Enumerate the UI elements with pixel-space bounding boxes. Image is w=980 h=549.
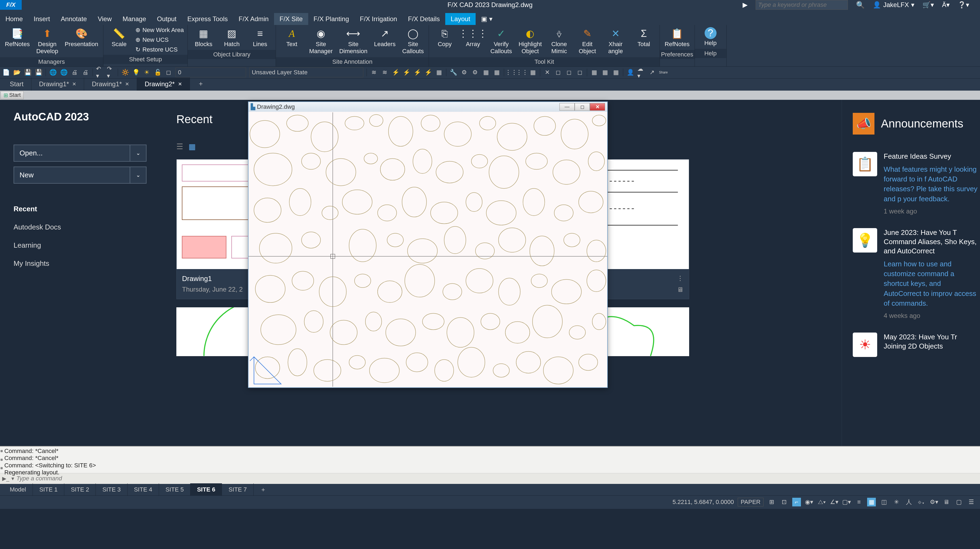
tool-icon[interactable]: ⋮⋮ [508, 68, 515, 76]
drawing-canvas[interactable] [248, 112, 607, 387]
tool-hatch[interactable]: ▨Hatch [218, 26, 245, 49]
open-button[interactable]: Open... [14, 145, 130, 162]
grid-view-icon[interactable]: ▦ [189, 142, 196, 151]
tool-edit-object[interactable]: ✎Edit Object [574, 26, 601, 56]
search-input[interactable] [756, 0, 848, 10]
more-icon[interactable]: ⋮ [677, 275, 683, 282]
share-icon[interactable]: ↗ [648, 68, 656, 76]
tool-site-callouts[interactable]: ◯Site Callouts [399, 26, 426, 56]
layout-tab[interactable]: SITE 2 [64, 483, 96, 496]
redo-icon[interactable]: ↷ ▾ [107, 68, 115, 76]
share-label[interactable]: Share [659, 70, 668, 74]
new-button[interactable]: New [14, 167, 130, 184]
drawing-window[interactable]: ▙ Drawing2.dwg — ◻ ✕ [248, 102, 608, 388]
search-icon[interactable]: 🔍 [856, 1, 865, 9]
menu-extra-icon[interactable]: ▣ ▾ [476, 13, 498, 25]
monitor-icon[interactable]: 🖥 [677, 286, 683, 293]
tool-icon[interactable]: ▦ [493, 68, 501, 76]
layout-tab[interactable]: SITE 1 [33, 483, 64, 496]
tool-icon[interactable]: ✕ [543, 68, 551, 76]
otrack-icon[interactable]: ▢▾ [842, 498, 851, 506]
layout-tab[interactable]: SITE 7 [222, 483, 253, 496]
web-save-icon[interactable]: 🌐 [60, 68, 68, 76]
app-logo[interactable]: F/X [0, 0, 22, 10]
tool-icon[interactable]: 👤 [627, 68, 634, 76]
tool-new-work-area[interactable]: ⊕New Work Area [134, 26, 185, 34]
lineweight-icon[interactable]: ≡ [855, 498, 863, 506]
sun-icon[interactable]: ☀ [143, 68, 151, 76]
menu-fx-planting[interactable]: F/X Planting [308, 13, 355, 25]
minimize-button[interactable]: — [560, 103, 575, 111]
menu-home[interactable]: Home [0, 13, 28, 25]
layer-icon[interactable]: ▦ [435, 68, 443, 76]
osnap-icon[interactable]: ∠▾ [830, 498, 838, 506]
tool-verify-callouts[interactable]: ✓Verify Callouts [488, 26, 515, 56]
color-swatch-icon[interactable]: ◻ [165, 68, 172, 76]
layer-tool-icon[interactable]: 🔆 [121, 68, 129, 76]
tool-refnotes[interactable]: 📑RefNotes [2, 26, 33, 56]
list-view-icon[interactable]: ☰ [177, 142, 183, 151]
autoscl-icon[interactable]: ⟐▾ [917, 498, 926, 506]
annovis-icon[interactable]: 人 [905, 498, 913, 506]
close-icon[interactable]: ✕ [72, 81, 76, 87]
layer-dropdown[interactable]: 0 [175, 68, 246, 77]
tool-icon[interactable]: ▦ [590, 68, 598, 76]
layer-icon[interactable]: ⚡ [392, 68, 399, 76]
menu-fx-site[interactable]: F/X Site [274, 13, 308, 25]
menu-layout[interactable]: Layout [445, 13, 476, 25]
doc-tab-start[interactable]: Start [2, 78, 32, 91]
open-dropdown-button[interactable]: ⌄ [130, 145, 146, 162]
layout-tab[interactable]: SITE 4 [127, 483, 159, 496]
help-icon[interactable]: ❔▾ [958, 1, 969, 9]
close-icon[interactable]: ✕ [125, 81, 129, 87]
tool-icon[interactable]: ◻ [576, 68, 584, 76]
save-icon[interactable]: 💾 [24, 68, 32, 76]
tool-refnotes-prefs[interactable]: 📋RefNotes [662, 26, 692, 49]
new-tab-button[interactable]: ＋ [190, 76, 212, 91]
tool-leaders[interactable]: ↗Leaders [371, 26, 398, 56]
menu-fx-irrigation[interactable]: F/X Irrigation [354, 13, 402, 25]
layer-icon[interactable]: ⚡ [402, 68, 410, 76]
new-icon[interactable]: 📄 [2, 68, 10, 76]
tool-site-dimension[interactable]: ⟷Site Dimension [336, 26, 370, 56]
fullnav-icon[interactable]: ▢ [955, 498, 963, 506]
nav-recent[interactable]: Recent [14, 200, 146, 218]
nav-my-insights[interactable]: My Insights [14, 255, 146, 273]
close-icon[interactable]: ✕ [178, 81, 182, 87]
saveas-icon[interactable]: 💾 [35, 68, 42, 76]
tool-icon[interactable]: ▦ [612, 68, 620, 76]
undo-icon[interactable]: ↶ ▾ [96, 68, 103, 76]
command-prompt-icon[interactable]: ▶_ [2, 475, 9, 482]
tool-icon[interactable]: 🔧 [450, 68, 457, 76]
menu-output[interactable]: Output [151, 13, 182, 25]
app-switcher-icon[interactable]: Ä▾ [942, 1, 950, 9]
tool-scale[interactable]: 📏Scale [105, 26, 133, 54]
transparency-icon[interactable]: ▦ [867, 498, 876, 506]
bulb-icon[interactable]: 💡 [132, 68, 140, 76]
announcement-item[interactable]: 📋 Feature Ideas Survey What features mig… [842, 145, 980, 221]
tool-xhair-angle[interactable]: ✕Xhair angle [602, 26, 629, 56]
tool-lines[interactable]: ≡Lines [247, 26, 274, 49]
doc-tab-active[interactable]: Drawing2*✕ [137, 78, 190, 91]
maximize-button[interactable]: ◻ [575, 103, 590, 111]
announcement-item[interactable]: ☀ May 2023: Have You Tr Joining 2D Objec… [842, 326, 980, 363]
tool-help[interactable]: ?Help [697, 26, 724, 48]
layout-tab[interactable]: SITE 3 [96, 483, 127, 496]
open-icon[interactable]: 📂 [13, 68, 21, 76]
announcement-item[interactable]: 💡 June 2023: Have You T Command Aliases,… [842, 221, 980, 326]
layout-tab-active[interactable]: SITE 6 [191, 483, 222, 496]
tool-site-manager[interactable]: ◉Site Manager [306, 26, 335, 56]
add-layout-button[interactable]: ＋ [254, 483, 273, 496]
chevron-down-icon[interactable]: ▾ [11, 475, 14, 482]
tool-blocks[interactable]: ▦Blocks [190, 26, 217, 49]
doc-tab[interactable]: Drawing1*✕ [32, 78, 84, 91]
menu-express-tools[interactable]: Express Tools [182, 13, 233, 25]
start-button[interactable]: ⊞Start [0, 91, 24, 99]
close-button[interactable]: ✕ [590, 103, 605, 111]
tool-array[interactable]: ⋮⋮⋮Array [459, 26, 487, 56]
space-label[interactable]: PAPER [738, 498, 764, 506]
grid-icon[interactable]: ⊞ [767, 498, 776, 506]
tool-icon[interactable]: ◻ [554, 68, 562, 76]
ortho-icon[interactable]: ⌐ [792, 498, 801, 506]
menu-view[interactable]: View [92, 13, 117, 25]
